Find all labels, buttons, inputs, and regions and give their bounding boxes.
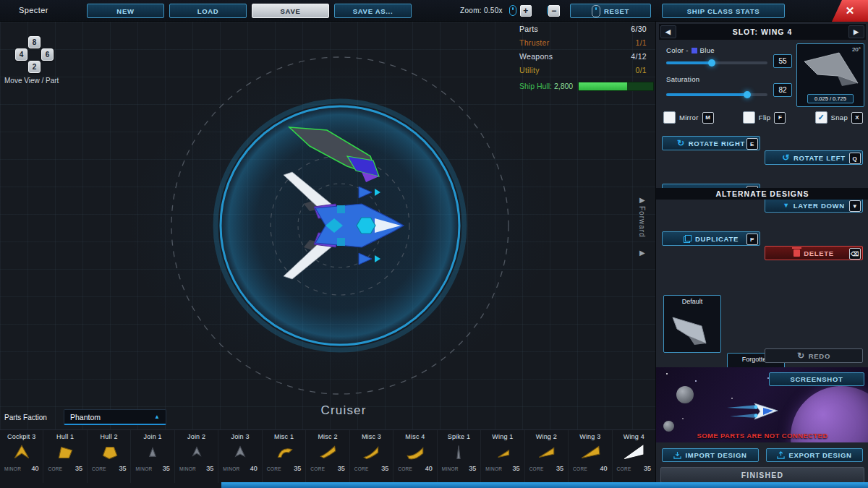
part-item-hull-1[interactable]: Hull 1 CORE35 [43, 430, 86, 483]
misc-icon [317, 443, 339, 462]
part-item-misc-2[interactable]: Misc 2 CORE35 [305, 430, 349, 483]
numpad-2-key: 2 [28, 61, 41, 73]
color-label: Color - Blue [666, 46, 715, 54]
wing-icon [579, 443, 601, 462]
save-button[interactable]: SAVE [252, 4, 329, 18]
finished-button[interactable]: FINISHED [660, 467, 864, 483]
dropdown-arrow-icon: ▲ [154, 414, 160, 420]
saturation-value: 82 [773, 83, 792, 97]
part-item-join-2[interactable]: Join 2 MINOR35 [174, 430, 218, 483]
design-default-wing [664, 307, 720, 352]
wing-icon [535, 443, 557, 462]
hull-icon [98, 443, 120, 462]
delete-button[interactable]: DELETE ⌫ [765, 246, 863, 260]
part-scale: 0.025 / 0.725 [807, 94, 854, 103]
load-button[interactable]: LOAD [169, 4, 247, 18]
part-item-wing-3[interactable]: Wing 3 CORE40 [568, 430, 611, 483]
new-button[interactable]: NEW [87, 4, 164, 18]
mirror-toggle[interactable]: Mirror M [663, 111, 714, 124]
cockpit-icon [11, 443, 33, 462]
snap-toggle[interactable]: ✓ Snap X [815, 111, 863, 124]
part-item-join-1[interactable]: Join 1 MINOR35 [130, 430, 174, 483]
faction-label: Parts Faction [4, 414, 47, 421]
layer-down-icon: ▼ [783, 202, 790, 209]
flip-checkbox[interactable] [743, 111, 755, 124]
trash-icon [793, 249, 800, 257]
part-angle: 20° [852, 46, 861, 53]
part-item-wing-1[interactable]: Wing 1 MINOR35 [480, 430, 524, 483]
duplicate-button[interactable]: DUPLICATE P [662, 231, 760, 246]
rotate-left-button[interactable]: ↺ ROTATE LEFT Q [765, 150, 863, 165]
asteroid [663, 421, 674, 432]
save-as-button[interactable]: SAVE AS... [334, 4, 412, 18]
part-item-hull-2[interactable]: Hull 2 CORE35 [87, 430, 130, 483]
rotate-ccw-icon: ↺ [782, 153, 790, 162]
prev-slot-button[interactable]: ◀ [660, 25, 676, 38]
saturation-label: Saturation [666, 75, 699, 83]
zoom-label: Zoom: 0.50x [460, 7, 503, 14]
check-icon: ✓ [817, 113, 824, 122]
toggle-row: Mirror M Flip F ✓ Snap X [663, 111, 863, 124]
reset-view-button[interactable]: RESET [570, 4, 651, 18]
design-thumb-default[interactable]: Default [663, 295, 721, 353]
part-item-wing-2[interactable]: Wing 2 CORE35 [524, 430, 568, 483]
part-item-wing-4-selected[interactable]: Wing 4 CORE35 [612, 430, 655, 483]
screenshot-button[interactable]: SCREENSHOT [769, 372, 864, 386]
right-arrow-icon: ▶ [854, 28, 859, 35]
part-item-misc-3[interactable]: Misc 3 CORE35 [349, 430, 393, 483]
flip-toggle[interactable]: Flip F [743, 111, 786, 124]
numpad-4-key: 4 [15, 48, 27, 61]
import-design-button[interactable]: IMPORT DESIGN [662, 448, 759, 462]
ship-class-stats-button[interactable]: SHIP CLASS STATS [662, 4, 785, 18]
ship-name: Specter [19, 6, 48, 14]
layer-down-keycap: ▼ [849, 200, 861, 212]
numpad-8-key: 8 [28, 36, 41, 48]
mouse-scroll-icon [509, 5, 516, 16]
close-icon: ✕ [846, 4, 855, 17]
mirror-keycap: M [702, 112, 714, 124]
misc-icon [404, 443, 426, 462]
rotate-right-button[interactable]: ↻ ROTATE RIGHT E [662, 136, 760, 150]
slot-header: ◀ SLOT: WING 4 ▶ [659, 24, 866, 40]
middle-mouse-icon [592, 5, 600, 17]
hull-label: Ship Hull: 2,800 [519, 82, 573, 90]
connection-warning: SOME PARTS ARE NOT CONNECTED [656, 432, 868, 440]
faction-dropdown[interactable]: Phantom ▲ [64, 409, 166, 425]
zoom-in-button[interactable]: + [520, 5, 532, 17]
hull-bar [578, 82, 654, 91]
slot-title: SLOT: WING 4 [733, 27, 793, 36]
layer-down-button[interactable]: ▼ LAYER DOWN ▼ [765, 198, 863, 213]
color-slider[interactable] [666, 61, 767, 64]
forward-arrow-icon: ▶ [639, 196, 645, 204]
wing-icon [623, 443, 644, 462]
hull-icon [54, 443, 76, 462]
ship-sprite [726, 398, 795, 427]
next-slot-button[interactable]: ▶ [848, 25, 864, 38]
part-item-spike-1[interactable]: Spike 1 MINOR35 [437, 430, 480, 483]
stat-row-weapons: Weapons4/12 [519, 52, 647, 65]
left-arrow-icon: ◀ [665, 28, 671, 35]
part-item-join-3[interactable]: Join 3 MINOR40 [218, 430, 261, 483]
export-design-button[interactable]: EXPORT DESIGN [766, 448, 863, 462]
color-slider-knob[interactable] [708, 59, 715, 67]
snap-checkbox[interactable]: ✓ [815, 111, 827, 124]
close-button[interactable]: ✕ [832, 0, 868, 22]
saturation-slider-knob[interactable] [744, 91, 751, 98]
redo-icon: ↻ [797, 351, 805, 360]
forward-arrow-icon: ▶ [639, 249, 645, 257]
saturation-slider[interactable] [666, 93, 767, 96]
redo-button[interactable]: ↻ REDO [765, 348, 863, 363]
part-item-cockpit-3[interactable]: Cockpit 3 MINOR40 [0, 430, 43, 483]
mirror-checkbox[interactable] [663, 111, 676, 124]
color-value: 55 [773, 54, 792, 68]
parts-bar: Cockpit 3 MINOR40 Hull 1 CORE35 Hull 2 C… [0, 429, 655, 483]
duplicate-icon [684, 235, 692, 243]
stat-row-utility: Utility0/1 [519, 66, 647, 79]
part-item-misc-4[interactable]: Misc 4 CORE40 [393, 430, 436, 483]
zoom-out-button[interactable]: − [548, 5, 560, 17]
part-item-misc-1[interactable]: Misc 1 CORE35 [262, 430, 305, 483]
editor-panel: ◀ SLOT: WING 4 ▶ Color - Blue 55 Saturat… [655, 22, 868, 488]
top-bar: Specter NEW LOAD SAVE SAVE AS... Zoom: 0… [0, 0, 868, 22]
forward-label: Forward [638, 206, 646, 248]
import-icon [673, 451, 681, 459]
